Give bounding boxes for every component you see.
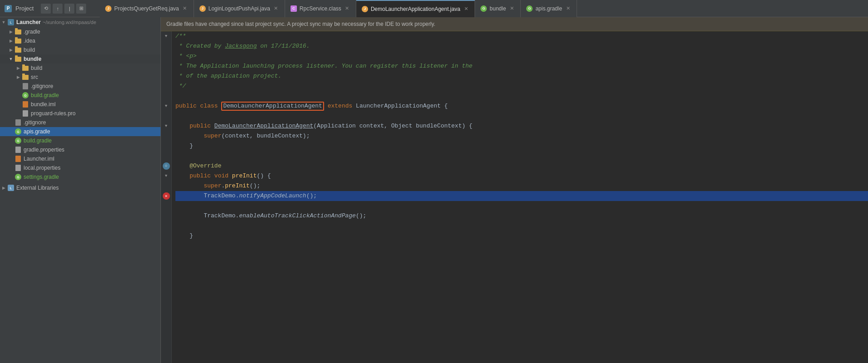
sidebar-item-launcher-iml[interactable]: Launcher.iml	[0, 154, 160, 163]
tab-close-5[interactable]: ✕	[509, 5, 515, 12]
sidebar-item-proguard[interactable]: proguard-rules.pro	[0, 109, 160, 118]
tab-projects-query[interactable]: J ProjectsQueryGetReq.java ✕	[100, 0, 194, 17]
code-line-19: TrackDemo.enableAutoTrackClickActionAndP…	[175, 211, 868, 221]
sidebar-item-src[interactable]: ▶ src	[0, 73, 160, 82]
tab-close-1[interactable]: ✕	[182, 5, 188, 12]
file-text-icon	[22, 83, 29, 90]
code-line-12: }	[175, 141, 868, 151]
fold-marker-preinit: ▼	[161, 171, 171, 181]
tab-close-4[interactable]: ✕	[463, 6, 469, 12]
error-marker[interactable]: ✕	[163, 192, 170, 200]
classname-highlight: DemoLauncherApplicationAgent	[221, 102, 324, 111]
sidebar-item-bundle[interactable]: ▼ bundle	[0, 54, 160, 64]
sidebar: ▼ L Launcher ~/xunlong.wxl/mpaas/de ▶ .g…	[0, 17, 161, 363]
root-arrow: ▼	[0, 19, 7, 26]
idea-arrow: ▶	[7, 37, 15, 44]
folder-icon	[22, 64, 29, 72]
sidebar-item-apis-gradle[interactable]: G apis.gradle	[0, 127, 160, 136]
title-bar-controls: ⟲ ↑ | ⊞	[41, 4, 86, 14]
tab-bundle[interactable]: G bundle ✕	[475, 0, 521, 17]
sidebar-item-gitignore-root[interactable]: .gitignore	[0, 118, 160, 127]
sidebar-item-build-gradle-bundle[interactable]: G build.gradle	[0, 91, 160, 100]
sidebar-item-build-gradle-root[interactable]: G build.gradle	[0, 136, 160, 145]
sidebar-item-local-properties[interactable]: local.properties	[0, 163, 160, 172]
tab-close-6[interactable]: ✕	[565, 5, 571, 12]
fold-marker-1: ▼	[161, 31, 171, 41]
editor-area: Gradle files have changed since last pro…	[161, 17, 868, 363]
tab-demo-launcher[interactable]: J DemoLauncherApplicationAgent.java ✕	[356, 0, 475, 17]
gradle-label: .gradle	[24, 29, 40, 35]
java-icon: J	[199, 5, 206, 12]
code-line-21: }	[175, 231, 868, 241]
build-gradle-bundle-label: build.gradle	[31, 92, 59, 98]
code-area[interactable]: ▼ ▼ ▼	[161, 31, 868, 363]
folder-icon	[22, 74, 29, 81]
notification-text: Gradle files have changed since last pro…	[166, 21, 435, 27]
code-line-3: * <p>	[175, 51, 868, 61]
tab-close-3[interactable]: ✕	[344, 5, 350, 12]
build-gradle-root-label: build.gradle	[24, 137, 52, 144]
external-libraries-label: External Libraries	[16, 185, 58, 191]
fold-arrow-preinit[interactable]: ▼	[164, 174, 169, 178]
gradle-file-icon: G	[15, 173, 22, 181]
code-content[interactable]: /** * Created by Jacksgong on 17/11/2016…	[172, 31, 868, 363]
ctrl-grid[interactable]: ⊞	[76, 4, 86, 14]
code-line-8: public class DemoLauncherApplicationAgen…	[175, 101, 868, 111]
title-bar: P Project ⟲ ↑ | ⊞ J ProjectsQueryGetReq.…	[0, 0, 868, 17]
code-line-2: * Created by Jacksgong on 17/11/2016.	[175, 41, 868, 51]
gutter-markers: ▼ ▼ ▼	[161, 31, 172, 363]
sidebar-item-idea[interactable]: ▶ .idea	[0, 36, 160, 45]
fold-arrow-class[interactable]: ▼	[164, 104, 169, 108]
sidebar-item-gitignore-bundle[interactable]: .gitignore	[0, 82, 160, 91]
bundle-iml-label: bundle.iml	[31, 101, 56, 108]
tab-login-logout[interactable]: J LoginLogoutPushApi.java ✕	[194, 0, 285, 17]
ctrl-refresh[interactable]: ⟲	[41, 4, 51, 14]
fold-arrow[interactable]: ▼	[164, 34, 169, 39]
build-arrow: ▶	[7, 46, 15, 54]
tab-apis-gradle[interactable]: G apis.gradle ✕	[521, 0, 577, 17]
file-text-icon	[15, 119, 22, 126]
tab-bar: J ProjectsQueryGetReq.java ✕ J LoginLogo…	[100, 0, 868, 17]
main-area: ▼ L Launcher ~/xunlong.wxl/mpaas/de ▶ .g…	[0, 17, 868, 363]
apis-gradle-label: apis.gradle	[24, 128, 50, 135]
java-icon: J	[362, 6, 368, 12]
code-line-11: super(context, bundleContext);	[175, 131, 868, 141]
override-marker-line[interactable]: ○	[161, 161, 171, 171]
gradle-arrow: ▶	[7, 28, 15, 35]
code-line-16: super.preInit();	[175, 181, 868, 191]
root-icon: L	[7, 19, 15, 26]
override-marker[interactable]: ○	[163, 162, 170, 170]
src-arrow: ▶	[15, 74, 22, 81]
code-line-4: * The Application launching process list…	[175, 61, 868, 71]
code-line-6: */	[175, 81, 868, 91]
sidebar-root[interactable]: ▼ L Launcher ~/xunlong.wxl/mpaas/de	[0, 17, 160, 27]
code-line-18	[175, 201, 868, 211]
bundle-label: bundle	[24, 56, 41, 62]
fold-arrow-constructor[interactable]: ▼	[164, 124, 169, 128]
gradle-icon: G	[480, 5, 487, 12]
gradle-icon: G	[526, 5, 533, 12]
gradle-file-icon: G	[15, 128, 22, 135]
proguard-label: proguard-rules.pro	[31, 110, 76, 117]
tab-close-2[interactable]: ✕	[273, 5, 279, 12]
sidebar-item-external-libraries[interactable]: ▶ L External Libraries	[0, 183, 160, 192]
code-line-15: public void preInit() {	[175, 171, 868, 181]
sidebar-item-build-root[interactable]: ▶ build	[0, 45, 160, 54]
tab-rpc-service[interactable]: C RpcService.class ✕	[285, 0, 356, 17]
sidebar-item-bundle-iml[interactable]: bundle.iml	[0, 100, 160, 109]
project-icon: P	[5, 5, 12, 12]
idea-label: .idea	[24, 38, 35, 44]
text-file-icon	[15, 146, 22, 153]
launcher-iml-label: Launcher.iml	[24, 156, 54, 162]
title-bar-left: P Project ⟲ ↑ | ⊞	[0, 4, 100, 14]
text-file-icon	[15, 164, 22, 172]
code-line-7	[175, 91, 868, 101]
sidebar-item-gradle[interactable]: ▶ .gradle	[0, 27, 160, 36]
ctrl-bar[interactable]: |	[64, 4, 74, 14]
ctrl-up[interactable]: ↑	[53, 4, 63, 14]
sidebar-item-build-sub[interactable]: ▶ build	[0, 64, 160, 73]
error-marker-line[interactable]: ✕	[161, 191, 171, 201]
root-path: ~/xunlong.wxl/mpaas/de	[43, 20, 96, 25]
sidebar-item-gradle-properties[interactable]: gradle.properties	[0, 145, 160, 154]
sidebar-item-settings-gradle[interactable]: G settings.gradle	[0, 172, 160, 182]
